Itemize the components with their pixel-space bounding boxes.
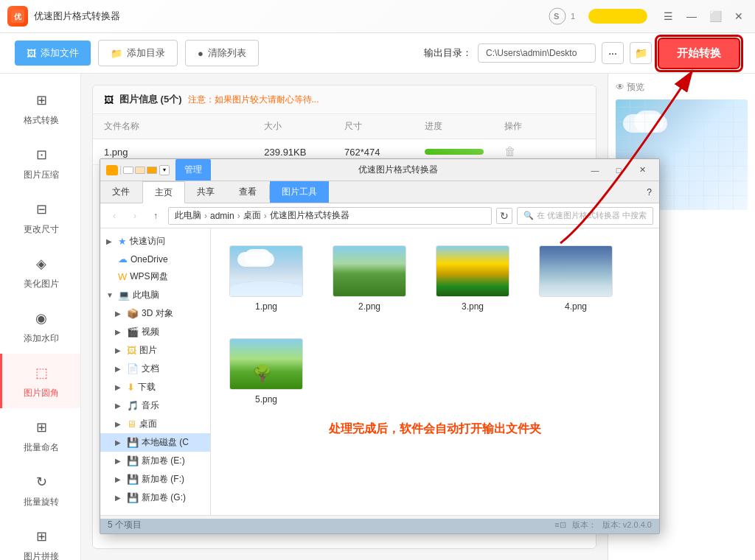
- minimize-button[interactable]: ☰: [659, 7, 677, 25]
- window-maximize-button[interactable]: ⬜: [706, 7, 724, 25]
- menu-tab-home[interactable]: 主页: [142, 181, 185, 203]
- search-box[interactable]: 🔍 在 优速图片格式转换器 中搜索: [517, 207, 653, 225]
- tree-item-drive-f[interactable]: ▶ 💾 新加卷 (F:): [100, 470, 210, 489]
- sidebar-item-beautify[interactable]: ◈ 美化图片: [0, 245, 80, 299]
- output-dir-label: 输出目录：: [424, 46, 472, 60]
- clear-button[interactable]: ● 清除列表: [185, 40, 259, 66]
- sidebar-item-compress[interactable]: ⊡ 图片压缩: [0, 136, 80, 190]
- sidebar-item-watermark[interactable]: ◉ 添加水印: [0, 299, 80, 354]
- tree-item-docs[interactable]: ▶ 📄 文档: [100, 360, 210, 378]
- video-label: 视频: [142, 326, 159, 338]
- title-icon-3[interactable]: [147, 167, 157, 174]
- output-path: C:\Users\admin\Deskto: [478, 43, 596, 63]
- thumb-image-4: [540, 246, 612, 296]
- quick-access-icon[interactable]: ▾: [159, 165, 170, 175]
- expand-icon-4: ▼: [106, 291, 115, 299]
- resize-icon: ⊟: [31, 199, 52, 220]
- file-thumbnail-4: [539, 245, 613, 297]
- breadcrumb-arrow-2: ›: [237, 211, 240, 221]
- list-item[interactable]: 3.png: [428, 239, 517, 318]
- sidebar-item-format[interactable]: ⊞ 格式转换: [0, 81, 80, 136]
- watermark-label: 添加水印: [24, 332, 59, 345]
- explorer-close-button[interactable]: ✕: [631, 163, 653, 178]
- music-label: 音乐: [142, 399, 159, 412]
- list-item[interactable]: 4.png: [532, 239, 620, 318]
- svg-text:S: S: [554, 12, 559, 21]
- tree-item-music[interactable]: ▶ 🎵 音乐: [100, 396, 210, 415]
- list-item[interactable]: 🌳 5.png: [222, 332, 310, 410]
- menu-tab-share[interactable]: 共享: [185, 181, 227, 203]
- tree-item-desktop[interactable]: ▶ 🖥 桌面: [100, 415, 210, 433]
- expand-icon-9: ▶: [115, 383, 124, 391]
- explorer-maximize-button[interactable]: □: [608, 163, 630, 178]
- folder-open-button[interactable]: 📁: [630, 42, 652, 64]
- start-convert-button[interactable]: 开始转换: [658, 38, 740, 69]
- file-thumbnail-3: [436, 245, 509, 297]
- file-thumbnail-5: 🌳: [229, 338, 303, 390]
- menu-help-button[interactable]: ?: [639, 181, 659, 203]
- clear-label: 清除列表: [208, 46, 246, 60]
- file-size: 239.91KB: [264, 147, 344, 158]
- tree-item-drive-g[interactable]: ▶ 💾 新加卷 (G:): [100, 489, 210, 507]
- col-action: 操作: [504, 120, 585, 133]
- divider: [120, 166, 121, 175]
- add-file-button[interactable]: 🖼 添加文件: [15, 41, 91, 66]
- expand-icon-6: ▶: [115, 328, 124, 336]
- breadcrumb-arrow-3: ›: [264, 211, 267, 221]
- explorer-window-controls: — □ ✕: [584, 163, 653, 178]
- refresh-button[interactable]: ↻: [496, 208, 512, 224]
- tree-item-drive-e[interactable]: ▶ 💾 新加卷 (E:): [100, 452, 210, 470]
- tree-item-pictures[interactable]: ▶ 🖼 图片: [100, 341, 210, 360]
- app-title: 优速图片格式转换器: [34, 10, 549, 23]
- tree-item-3d[interactable]: ▶ 📦 3D 对象: [100, 304, 210, 323]
- nav-back-button[interactable]: ‹: [106, 208, 122, 224]
- tree-item-downloads[interactable]: ▶ ⬇ 下载: [100, 378, 210, 396]
- collage-label: 图片拼接: [24, 550, 59, 560]
- drive-e-icon: 💾: [127, 455, 139, 466]
- nav-forward-button[interactable]: ›: [127, 208, 143, 224]
- file-list-notice: 注意：如果图片较大请耐心等待...: [188, 94, 319, 106]
- sidebar-item-rename[interactable]: ⊞ 批量命名: [0, 408, 80, 463]
- tree-item-video[interactable]: ▶ 🎬 视频: [100, 323, 210, 341]
- drive-g-icon: 💾: [127, 492, 139, 503]
- nav-up-button[interactable]: ↑: [147, 208, 164, 224]
- 3d-icon: 📦: [127, 308, 139, 319]
- tree-item-local-disk[interactable]: ▶ 💾 本地磁盘 (C: [100, 433, 210, 452]
- tree-item-this-pc[interactable]: ▼ 💻 此电脑: [100, 286, 210, 304]
- sidebar-item-rotate[interactable]: ↻ 批量旋转: [0, 463, 80, 517]
- explorer-tree-sidebar: ▶ ★ 快速访问 ☁ OneDrive W WPS网盘 ▼ 💻: [100, 228, 211, 515]
- tree-item-quick-access[interactable]: ▶ ★ 快速访问: [100, 232, 210, 251]
- breadcrumb-admin: admin: [210, 211, 234, 221]
- address-breadcrumb[interactable]: 此电脑 › admin › 桌面 › 优速图片格式转换器: [168, 207, 492, 225]
- sidebar-item-rounded[interactable]: ⬚ 图片圆角: [0, 354, 80, 408]
- format-icon: ⊞: [31, 90, 52, 111]
- list-item[interactable]: 2.png: [325, 239, 414, 318]
- window-close-button[interactable]: ✕: [730, 7, 748, 25]
- window-minimize-button[interactable]: —: [683, 7, 700, 25]
- menu-tab-image-tools[interactable]: 图片工具: [270, 181, 329, 203]
- add-dir-button[interactable]: 📁 添加目录: [98, 40, 178, 66]
- sidebar-item-resize[interactable]: ⊟ 更改尺寸: [0, 190, 80, 245]
- sidebar-item-collage[interactable]: ⊞ 图片拼接: [0, 517, 80, 560]
- title-icon-1[interactable]: [123, 167, 133, 174]
- tree-item-onedrive[interactable]: ☁ OneDrive: [100, 251, 210, 267]
- browse-button[interactable]: ···: [602, 42, 624, 64]
- file-name: 1.png: [104, 147, 264, 158]
- watermark-icon: ◉: [31, 308, 52, 329]
- explorer-minimize-button[interactable]: —: [584, 163, 606, 178]
- title-icon-2[interactable]: [135, 167, 145, 174]
- docs-icon: 📄: [127, 363, 139, 374]
- list-item[interactable]: 1.png: [222, 239, 310, 318]
- ribbon-manage-tab[interactable]: 管理: [175, 159, 211, 181]
- menu-tab-view[interactable]: 查看: [227, 181, 269, 203]
- tree-item-wps[interactable]: W WPS网盘: [100, 267, 210, 286]
- file-list-header: 🖼 图片信息 (5个) 注意：如果图片较大请耐心等待...: [93, 85, 596, 114]
- title-bar: 优 优速图片格式转换器 S 1 ☰ — ⬜ ✕: [0, 0, 755, 33]
- expand-icon-7: ▶: [115, 346, 124, 354]
- menu-tab-file[interactable]: 文件: [100, 181, 142, 203]
- delete-button[interactable]: 🗑: [504, 145, 585, 158]
- add-file-icon: 🖼: [27, 48, 36, 59]
- breadcrumb-pc: 此电脑: [175, 209, 201, 222]
- onedrive-label: OneDrive: [131, 254, 168, 265]
- explorer-title-bar: ▾ 管理 优速图片格式转换器 — □ ✕: [100, 159, 659, 181]
